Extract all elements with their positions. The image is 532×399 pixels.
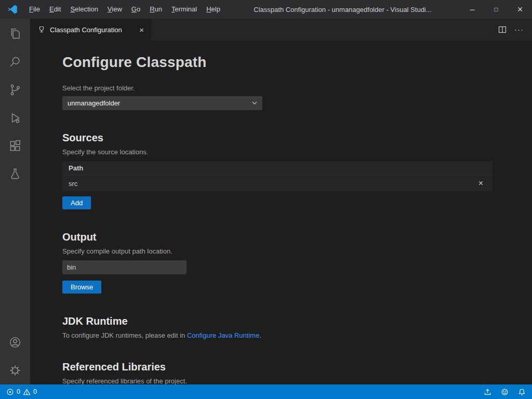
sources-description: Specify the source locations. [62, 148, 493, 156]
sources-heading: Sources [62, 132, 493, 144]
editor-actions: ··· [496, 19, 532, 41]
source-path-value: src [69, 180, 77, 188]
run-debug-icon[interactable] [0, 104, 30, 132]
output-heading: Output [62, 231, 493, 243]
project-folder-label: Select the project folder. [62, 84, 493, 92]
status-bar-right [484, 388, 526, 396]
menu-view[interactable]: View [103, 0, 127, 19]
tab-label: Classpath Configuration [50, 26, 122, 34]
menu-file[interactable]: File [24, 0, 45, 19]
jdk-runtime-description: To configure JDK runtimes, please edit i… [62, 331, 493, 339]
tab-classpath-configuration[interactable]: Classpath Configuration × [30, 19, 151, 41]
browse-output-button[interactable]: Browse [62, 281, 101, 294]
editor-tab-bar: Classpath Configuration × ··· [30, 19, 532, 41]
more-actions-icon[interactable]: ··· [512, 23, 526, 36]
error-count: 0 [17, 388, 20, 395]
menu-edit[interactable]: Edit [45, 0, 65, 19]
source-row-src[interactable]: src × [62, 176, 493, 191]
window-controls: ─ □ × [460, 0, 532, 19]
errors-icon [6, 388, 14, 396]
menu-help[interactable]: Help [202, 0, 225, 19]
output-path-input[interactable] [62, 260, 187, 274]
activity-bar [0, 19, 30, 384]
main-row: Classpath Configuration × ··· Configure … [0, 19, 532, 384]
minimize-button[interactable]: ─ [460, 0, 484, 19]
warnings-icon [23, 388, 31, 396]
jdk-runtime-heading: JDK Runtime [62, 315, 493, 327]
browse-button-row: Browse [62, 275, 493, 294]
path-column-header: Path [69, 164, 83, 172]
project-folder-select[interactable]: unmanagedfolder [62, 96, 262, 110]
classpath-tab-icon [37, 25, 46, 34]
vscode-logo-icon [7, 4, 18, 15]
source-control-icon[interactable] [0, 76, 30, 104]
close-window-button[interactable]: × [508, 0, 532, 19]
classpath-configuration-view: Configure Classpath Select the project f… [30, 41, 532, 384]
explorer-icon[interactable] [0, 20, 30, 48]
page-title: Configure Classpath [62, 54, 493, 71]
menu-terminal[interactable]: Terminal [167, 0, 202, 19]
maximize-button[interactable]: □ [484, 0, 508, 19]
menu-go[interactable]: Go [127, 0, 145, 19]
problems-indicator[interactable]: 0 0 [4, 388, 39, 396]
settings-gear-icon[interactable] [0, 356, 30, 384]
testing-icon[interactable] [0, 160, 30, 188]
jdk-text-before: To configure JDK runtimes, please edit i… [62, 331, 187, 339]
referenced-libraries-description: Specify referenced libraries of the proj… [62, 377, 493, 384]
editor-area: Classpath Configuration × ··· Configure … [30, 19, 532, 384]
split-editor-icon[interactable] [496, 23, 509, 36]
accounts-icon[interactable] [0, 328, 30, 356]
sources-table: Path src × [62, 161, 493, 191]
chevron-down-icon [252, 101, 257, 105]
menu-selection[interactable]: Selection [65, 0, 102, 19]
menu-bar: File Edit Selection View Go Run Terminal… [24, 0, 225, 19]
title-bar: File Edit Selection View Go Run Terminal… [0, 0, 532, 19]
extensions-icon[interactable] [0, 132, 30, 160]
menu-run[interactable]: Run [145, 0, 167, 19]
output-description: Specify compile output path location. [62, 247, 493, 255]
feedback-icon[interactable] [501, 388, 509, 396]
search-icon[interactable] [0, 48, 30, 76]
remove-source-icon[interactable]: × [475, 179, 486, 188]
referenced-libraries-heading: Referenced Libraries [62, 361, 493, 373]
window-title: Classpath Configuration - unmanagedfolde… [225, 6, 460, 14]
notifications-bell-icon[interactable] [518, 388, 526, 396]
project-folder-value: unmanagedfolder [68, 99, 120, 107]
warning-count: 0 [33, 388, 37, 395]
status-bar: 0 0 [0, 384, 532, 399]
jdk-text-after: . [259, 331, 261, 339]
configure-java-runtime-link[interactable]: Configure Java Runtime [187, 331, 259, 339]
share-icon[interactable] [484, 388, 491, 396]
vscode-window: File Edit Selection View Go Run Terminal… [0, 0, 532, 399]
add-source-button[interactable]: Add [62, 196, 91, 209]
sources-table-header: Path [62, 161, 493, 176]
tab-close-icon[interactable]: × [137, 25, 146, 34]
